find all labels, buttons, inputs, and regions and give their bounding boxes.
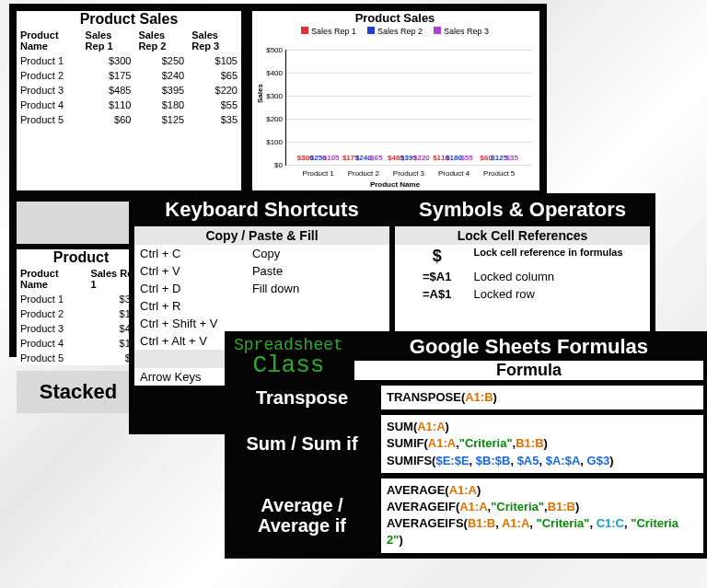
logo-line2: Class (234, 353, 343, 377)
shortcut-row: $Lock cell reference in formulas (395, 245, 650, 268)
product-sales-table-2: Product Product NameSales Rep 1Product 1… (17, 249, 145, 365)
formula-body: TRANSPOSE(A1:B) (381, 386, 703, 409)
formula-name: Average / Average if (228, 478, 376, 553)
col-header: Sales Rep 3 (188, 28, 241, 53)
shortcut-row: Ctrl + CCopy (134, 245, 389, 262)
shortcut-row: Ctrl + Shift + V (134, 315, 389, 332)
symbols-operators-title: Symbols & Operators (395, 199, 650, 221)
shortcut-row: Ctrl + R (134, 297, 389, 315)
table-row: Product 5$60$125$35 (17, 112, 241, 127)
product-sales-table: Product Sales Product NameSales Rep 1Sal… (17, 11, 241, 190)
table-row: Product 1$300$250$105 (17, 53, 241, 68)
formula-subheader: Formula (354, 361, 703, 380)
chart-plot: $0$100$200$300$400$500$300$250$105Produc… (285, 50, 532, 166)
product-sales-chart: Product SalesSales Rep 1Sales Rep 2Sales… (252, 11, 539, 190)
table-row: Product 4$110 (17, 336, 145, 351)
shortcut-row: =A$1Locked row (395, 285, 650, 303)
col-header: Product Name (17, 28, 82, 53)
chart-title: Product Sales (252, 11, 538, 25)
formulas-panel: Spreadsheet Class Google Sheets Formulas… (225, 331, 707, 559)
col-header: Product Name (17, 266, 87, 292)
table-row: Product 4$110$180$55 (17, 98, 241, 112)
keyboard-shortcuts-title: Keyboard Shortcuts (134, 199, 389, 221)
google-sheets-formulas-title: Google Sheets Formulas (354, 335, 703, 359)
table-row: Product 3$485 (17, 321, 145, 336)
formula-body: AVERAGE(A1:A)AVERAGEIF(A1:A,"Criteria",B… (381, 478, 703, 553)
table-row: Product 5$60 (17, 351, 145, 365)
stacked-label: Stacked (17, 371, 140, 413)
shortcut-row: Ctrl + DFill down (134, 280, 389, 297)
table-row: Product 1$300 (17, 292, 145, 306)
formula-name: Transpose (228, 386, 376, 409)
table-row: Product 2$175$240$65 (17, 68, 241, 83)
formula-block: Average / Average ifAVERAGE(A1:A)AVERAGE… (228, 478, 703, 553)
spreadsheet-class-logo: Spreadsheet Class (228, 335, 349, 380)
table-row: Product 3$485$395$220 (17, 83, 241, 98)
shortcut-row: Ctrl + VPaste (134, 262, 389, 280)
shortcut-row: =$A1Locked column (395, 268, 650, 285)
col-header: Sales Rep 1 (82, 28, 135, 53)
table-row: Product 2$175 (17, 306, 145, 321)
table2-title: Product (17, 249, 145, 266)
formula-name: Sum / Sum if (228, 415, 376, 473)
copy-paste-heading: Copy / Paste & Fill (134, 226, 389, 245)
formula-block: Sum / Sum ifSUM(A1:A)SUMIF(A1:A,"Criteri… (228, 415, 703, 473)
formula-block: TransposeTRANSPOSE(A1:B) (228, 386, 703, 409)
formula-body: SUM(A1:A)SUMIF(A1:A,"Criteria",B1:B)SUMI… (381, 415, 703, 473)
lock-refs-heading: Lock Cell References (395, 226, 650, 245)
chart-legend: Sales Rep 1Sales Rep 2Sales Rep 3 (252, 27, 538, 36)
table-title: Product Sales (17, 11, 241, 28)
col-header: Sales Rep 2 (134, 28, 188, 53)
